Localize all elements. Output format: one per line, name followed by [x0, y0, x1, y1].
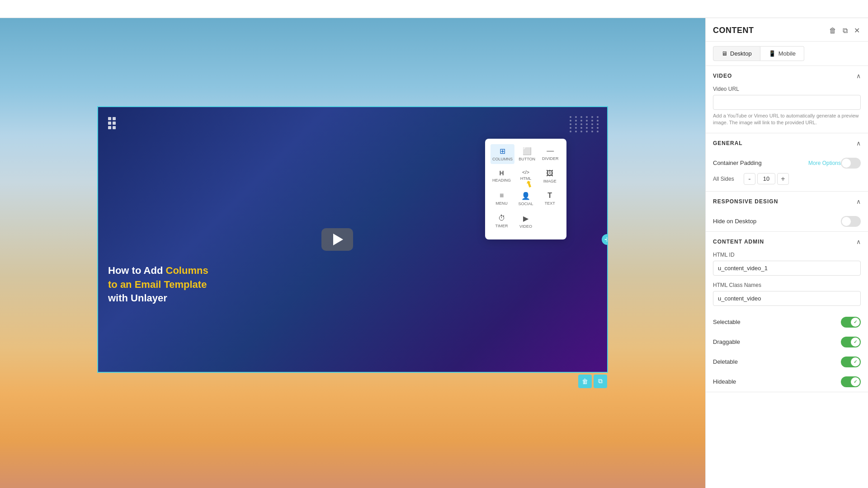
padding-decrease-button[interactable]: -: [744, 173, 755, 185]
panel-delete-button[interactable]: 🗑: [828, 26, 837, 36]
mobile-icon: 📱: [769, 50, 776, 57]
desktop-view-button[interactable]: 🖥 Desktop: [713, 46, 760, 61]
widget-row-1: ⊞ COLUMNS ⬜ BUTTON — DIVIDER: [491, 144, 561, 164]
delete-element-button[interactable]: 🗑: [578, 375, 592, 388]
selectable-knob: [851, 318, 860, 327]
html-class-field-group: HTML Class Names: [706, 282, 868, 312]
widget-button[interactable]: ⬜ BUTTON: [516, 144, 538, 164]
hideable-label: Hideable: [713, 378, 736, 385]
all-sides-label: All Sides: [713, 176, 740, 182]
html-class-label: HTML Class Names: [713, 282, 861, 288]
draggable-knob: [851, 338, 860, 347]
video-chevron-icon: ∧: [856, 72, 861, 80]
widget-row-3: ≡ MENU 👤 SOCIAL T TEXT: [491, 189, 561, 209]
play-button[interactable]: [321, 228, 353, 251]
video-section-header[interactable]: VIDEO ∧: [706, 66, 868, 86]
video-url-input[interactable]: [713, 95, 861, 110]
content-admin-title: CONTENT ADMIN: [713, 239, 764, 245]
responsive-section-header[interactable]: RESPONSIVE DESIGN ∧: [706, 192, 868, 211]
resize-handle[interactable]: ✛: [602, 234, 607, 245]
heading-icon: H: [500, 169, 504, 177]
selectable-label: Selectable: [713, 319, 741, 325]
widget-row-4: ⏱ TIMER ▶ VIDEO: [491, 211, 561, 231]
widget-heading[interactable]: H HEADING: [491, 167, 513, 186]
selectable-row: Selectable: [706, 312, 868, 332]
general-section-title: GENERAL: [713, 140, 743, 146]
mobile-view-button[interactable]: 📱 Mobile: [760, 46, 804, 61]
widget-timer[interactable]: ⏱ TIMER: [491, 211, 513, 231]
right-panel: CONTENT 🗑 ⧉ ✕ 🖥 Desktop 📱 Mobile VIDEO ∧: [705, 18, 868, 488]
video-url-label: Video URL: [713, 86, 861, 92]
top-bar: [0, 0, 868, 18]
widget-video[interactable]: ▶ VIDEO: [514, 211, 537, 231]
widget-social[interactable]: 👤 SOCIAL: [514, 189, 537, 209]
video-element: How to Add Columns to an Email Template …: [98, 107, 607, 372]
button-icon: ⬜: [523, 147, 532, 155]
widget-divider[interactable]: — DIVIDER: [539, 144, 561, 164]
panel-header-actions: 🗑 ⧉ ✕: [828, 25, 861, 36]
desktop-icon: 🖥: [722, 50, 727, 57]
html-id-input[interactable]: [713, 261, 861, 276]
deletable-knob: [851, 357, 860, 366]
main-layout: How to Add Columns to an Email Template …: [0, 18, 868, 488]
draggable-row: Draggable: [706, 332, 868, 352]
widget-menu[interactable]: ≡ MENU: [491, 189, 513, 209]
video-element-wrapper[interactable]: How to Add Columns to an Email Template …: [97, 106, 608, 373]
video-title-line3: with Unlayer: [108, 292, 167, 304]
panel-copy-button[interactable]: ⧉: [842, 26, 849, 36]
duplicate-element-button[interactable]: ⧉: [594, 375, 607, 388]
widget-divider-label: DIVIDER: [542, 156, 559, 161]
logo-icon: [108, 117, 120, 129]
mobile-view-label: Mobile: [778, 50, 796, 57]
toggle-knob: [842, 159, 851, 168]
padding-value-input[interactable]: [757, 173, 775, 184]
video-title-yellow: Columns: [166, 265, 208, 276]
video-icon: ▶: [523, 214, 528, 223]
video-title-line2: to an Email Template: [108, 279, 207, 290]
responsive-section-title: RESPONSIVE DESIGN: [713, 198, 778, 205]
html-class-input[interactable]: [713, 291, 861, 306]
general-chevron-icon: ∧: [856, 140, 861, 147]
video-title-block: How to Add Columns to an Email Template …: [108, 264, 353, 305]
video-url-field-group: Video URL Add a YouTube or Vimeo URL to …: [706, 86, 868, 133]
view-toggle: 🖥 Desktop 📱 Mobile: [706, 42, 868, 66]
video-title-plain: How to Add: [108, 265, 166, 276]
widget-columns-label: COLUMNS: [492, 157, 513, 161]
social-icon: 👤: [521, 192, 530, 200]
more-options-link[interactable]: More Options: [808, 160, 841, 166]
all-sides-padding-row: All Sides - +: [706, 173, 868, 191]
draggable-toggle[interactable]: [841, 337, 861, 347]
responsive-chevron-icon: ∧: [856, 198, 861, 205]
dot-grid-decoration: [570, 116, 600, 132]
widget-panel: ⊞ COLUMNS ⬜ BUTTON — DIVIDER: [485, 139, 566, 239]
timer-icon: ⏱: [498, 214, 505, 222]
widget-columns[interactable]: ⊞ COLUMNS: [491, 144, 514, 164]
selectable-toggle[interactable]: [841, 317, 861, 328]
hide-on-desktop-label: Hide on Desktop: [713, 218, 756, 225]
responsive-design-section: RESPONSIVE DESIGN ∧ Hide on Desktop: [706, 192, 868, 232]
hide-on-desktop-toggle[interactable]: [841, 216, 861, 227]
widget-timer-label: TIMER: [495, 224, 508, 228]
content-admin-section: CONTENT ADMIN ∧ HTML ID HTML Class Names…: [706, 232, 868, 392]
hideable-toggle[interactable]: [841, 376, 861, 387]
video-section-title: VIDEO: [713, 73, 732, 79]
general-section: GENERAL ∧ Container Padding More Options…: [706, 133, 868, 192]
video-url-hint: Add a YouTube or Vimeo URL to automatica…: [713, 113, 861, 127]
panel-close-button[interactable]: ✕: [853, 25, 861, 36]
widget-text[interactable]: T TEXT: [539, 189, 561, 209]
container-padding-toggle[interactable]: [841, 158, 861, 169]
element-actions: 🗑 ⧉: [578, 375, 607, 388]
desktop-view-label: Desktop: [730, 50, 752, 57]
divider-icon: —: [547, 147, 554, 155]
widget-social-label: SOCIAL: [518, 202, 533, 206]
resize-icon: ✛: [604, 236, 607, 243]
general-section-header[interactable]: GENERAL ∧: [706, 133, 868, 153]
deletable-toggle[interactable]: [841, 357, 861, 367]
menu-icon: ≡: [500, 192, 504, 200]
content-admin-header[interactable]: CONTENT ADMIN ∧: [706, 232, 868, 252]
widget-heading-label: HEADING: [492, 178, 511, 183]
padding-increase-button[interactable]: +: [777, 173, 789, 185]
widget-menu-label: MENU: [495, 201, 508, 206]
content-admin-chevron-icon: ∧: [856, 238, 861, 245]
columns-icon: ⊞: [500, 147, 505, 155]
